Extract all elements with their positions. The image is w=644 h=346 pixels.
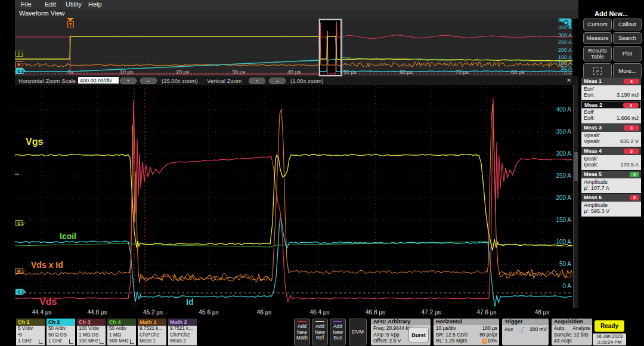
acquisition-panel[interactable]: AcquisitionAuto,AnalyzeSample: 12 bits43… [552, 319, 592, 345]
channel-coupling: 1 MΩ [107, 332, 136, 339]
overview-plot[interactable]: 0s10 µs20 µs30 µs40 µs50 µs60 µs70 µs80 … [15, 18, 572, 76]
meas-badge-name: Meas 4 [584, 148, 602, 154]
channel-badge-math2[interactable]: Math 29.7521 k...Ch3*Ch2Meas 2 [168, 319, 197, 345]
channel-bandwidth: Meas 1 [138, 338, 166, 345]
v-zoom-label: Vertical Zoom [207, 78, 242, 84]
more-button[interactable]: More... [613, 63, 642, 79]
close-icon[interactable]: ✕ [566, 77, 571, 84]
add-new-math-button[interactable]: AddNewMath [294, 319, 310, 345]
waveform-color-bar [333, 321, 342, 322]
add-new-title: Add New... [578, 10, 644, 17]
h-zoom-plus-button[interactable]: + [120, 78, 137, 84]
meas-badge-header[interactable]: Meas 43 [581, 147, 641, 155]
dvm-button[interactable]: DVM [349, 319, 367, 345]
meas-badge-3[interactable]: Meas 33Vpeak'Vpeak:835.2 V [581, 124, 641, 147]
horizontal-panel[interactable]: Horizontal10 µs/div100 µsSR: 12.5 GS/s80… [434, 319, 499, 345]
meas-badge-header[interactable]: Meas 63 [581, 194, 641, 202]
vertical-scrollbar[interactable]: ⋮ [573, 85, 578, 308]
meas-line2-value: 170.5 A [620, 162, 639, 168]
meas-badge-name: Meas 5 [584, 171, 602, 177]
h-zoom-minus-button[interactable]: − [140, 78, 157, 84]
main-svg [15, 85, 572, 308]
main-time-axis: 44.4 µs44.8 µs45.2 µs45.6 µs46 µs46.4 µs… [15, 308, 572, 317]
menu-bar: File Edit Utility Help [15, 0, 578, 9]
horizontal-right-text: 100 µs [482, 325, 497, 331]
meas-badge-body: Ipeak'Ipeak:170.5 A [581, 155, 641, 170]
add-new-bus-button[interactable]: AddNewBus [330, 319, 346, 345]
main-time-tick: 47.2 µs [421, 309, 441, 316]
menu-help[interactable]: Help [88, 1, 102, 8]
main-waveform-plot[interactable]: 400 A350 A300 A250 A200 A150 A100 A50 A0… [15, 85, 572, 308]
menu-utility[interactable]: Utility [66, 1, 82, 8]
main-power-trace [15, 104, 572, 283]
datetime-box: 16 Jan 2023 3:28:24 PM [593, 333, 626, 345]
meas-badge-header[interactable]: Meas 13 [581, 78, 641, 85]
channel-bandwidth: Meas 2 [168, 338, 197, 345]
meas-badge-header[interactable]: Meas 23 [581, 101, 641, 109]
meas-badge-name: Meas 1 [584, 78, 602, 84]
meas-line2: µ': 107.7 A [584, 185, 639, 191]
afg-title: AFG: Arbitrary [371, 319, 431, 325]
acq-sample: Sample: 12 bits [552, 332, 592, 338]
menu-file[interactable]: File [21, 1, 32, 8]
meas-line2: Vpeak:835.2 V [584, 138, 639, 144]
horizontal-left: 10 µs/div [436, 325, 456, 331]
overview-zoom-icon[interactable] [558, 18, 571, 29]
main-power-trace-band [141, 276, 273, 280]
channel-badge-title: Math 1 [138, 319, 166, 326]
plot-button[interactable]: Plot [613, 46, 642, 61]
meas-badge-header[interactable]: Meas 33 [581, 124, 641, 132]
zoom-select-icon-button[interactable]: ⌕ [583, 63, 612, 79]
meas-line1: Ipeak' [584, 156, 639, 162]
horizontal-right: T10% [482, 338, 497, 344]
results-table-button[interactable]: Results Table [583, 46, 612, 61]
meas-badge-4[interactable]: Meas 43Ipeak'Ipeak:170.5 A [581, 147, 641, 170]
meas-badge-5[interactable]: Meas 54Amplitudeµ': 107.7 A [581, 171, 641, 193]
search-button[interactable]: Search [613, 32, 642, 44]
vds-label: Vds [39, 296, 57, 307]
horizontal-right-text: 80 ps/pt [479, 332, 497, 338]
meas-line1: Eoff' [584, 109, 639, 115]
time-text: 3:28:24 PM [593, 339, 626, 345]
id-label: Id [186, 297, 193, 307]
acquisition-title: Acquisition [552, 319, 592, 325]
channel-badge-math1[interactable]: Math 19.7521 k...Ch3*Ch2Meas 1 [138, 319, 166, 345]
acq-count: 43 Acqs [552, 338, 592, 344]
scrollbar-grip[interactable]: ⋮ [574, 152, 578, 181]
rising-edge-icon [519, 327, 526, 333]
measure-button[interactable]: Measure [583, 32, 612, 44]
channel-badge-ch2[interactable]: Ch 250 A/div50 Ω DS1 GHz [47, 319, 75, 345]
meas-badge-1[interactable]: Meas 13Eon'Eon:3.190 mJ [581, 78, 641, 100]
trigger-panel[interactable]: TriggerAux200 mV [502, 319, 549, 345]
callout-button[interactable]: Callout [613, 18, 642, 30]
meas-badge-header[interactable]: Meas 54 [581, 171, 641, 178]
channel-badge-ch1[interactable]: Ch 15 V/div⟲1 GHz [16, 319, 45, 345]
v-zoom-plus-button[interactable]: + [249, 78, 265, 84]
menu-edit[interactable]: Edit [45, 1, 56, 8]
channel-coupling: Ch3*Ch2 [168, 332, 197, 339]
channel-badge-title: Ch 4 [107, 319, 136, 326]
main-time-tick: 46.8 µs [366, 309, 385, 316]
cursors-button[interactable]: Cursors [583, 18, 612, 30]
meas-line2-value: 3.190 mJ [617, 92, 639, 98]
channel-badge-ch3[interactable]: Ch 3100 V/div1 MΩ DS100 MHz [77, 319, 106, 345]
add-new-ref-button[interactable]: AddNewRef [312, 319, 328, 345]
main-time-tick: 44.4 µs [32, 309, 51, 316]
zoom-scale-input[interactable] [78, 77, 119, 84]
date-text: 16 Jan 2023 [593, 333, 626, 339]
channel-badge-title: Ch 1 [16, 319, 45, 326]
meas-source-badge: 3 [624, 149, 639, 154]
tab-waveform-view[interactable]: Waveform View [19, 10, 64, 17]
meas-badge-name: Meas 6 [584, 194, 602, 200]
afg-panel[interactable]: AFG: ArbitraryFreq: 20.9644 kHzAmp: 5 Vp… [371, 319, 431, 345]
horizontal-right-text: 10% [487, 338, 497, 344]
add-btn-line: Bus [330, 335, 345, 341]
meas-badge-2[interactable]: Meas 23Eoff'Eoff:1.666 mJ [581, 101, 641, 123]
channel-badge-ch4[interactable]: Ch 450 A/div1 MΩ500 MHz [107, 319, 136, 345]
afg-burst-button[interactable]: Burst [408, 327, 429, 342]
meas-badge-6[interactable]: Meas 63Amplitudeµ': 595.3 V [581, 194, 641, 217]
v-zoom-minus-button[interactable]: − [269, 78, 286, 84]
channel-scale: 5 V/div [16, 326, 45, 332]
trigger-T-marker[interactable]: T [67, 21, 74, 27]
overview-svg [15, 18, 572, 76]
